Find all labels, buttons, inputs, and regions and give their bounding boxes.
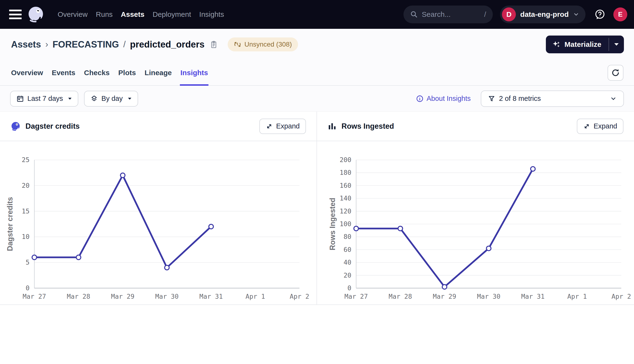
nav-item-insights[interactable]: Insights [199, 10, 224, 18]
chart-canvas[interactable]: 0510152025Mar 27Mar 28Mar 29Mar 30Mar 31… [0, 141, 317, 304]
chart-header: Rows Ingested Expand [317, 112, 634, 141]
caret-down-icon [128, 97, 132, 100]
svg-text:80: 80 [344, 233, 351, 240]
sync-icon [234, 41, 241, 48]
materialize-label: Materialize [564, 40, 601, 48]
svg-text:15: 15 [22, 208, 30, 215]
expand-icon [583, 123, 590, 130]
main-nav-links: Overview Runs Assets Deployment Insights [58, 10, 224, 18]
svg-text:Mar 31: Mar 31 [521, 293, 545, 300]
svg-text:5: 5 [26, 258, 30, 266]
nav-item-assets[interactable]: Assets [121, 10, 144, 18]
svg-text:Mar 27: Mar 27 [344, 293, 368, 300]
date-range-label: Last 7 days [28, 94, 63, 102]
granularity-label: By day [101, 94, 123, 102]
tab-overview[interactable]: Overview [10, 60, 44, 85]
tab-plots[interactable]: Plots [118, 60, 136, 85]
filter-bar-right: About Insights 2 of 8 metrics [416, 90, 624, 107]
metrics-filter-label: 2 of 8 metrics [499, 94, 541, 102]
svg-text:Mar 27: Mar 27 [22, 293, 46, 300]
svg-text:Mar 31: Mar 31 [199, 293, 223, 300]
svg-text:Mar 29: Mar 29 [433, 293, 456, 300]
insights-charts-grid: Dagster credits Expand 0510152025Mar 27M… [0, 112, 634, 305]
chart-title: Rows Ingested [342, 122, 394, 130]
expand-icon [266, 123, 273, 130]
page-title: predicted_orders [130, 40, 204, 50]
calendar-icon [16, 95, 24, 102]
asset-tabs: Overview Events Checks Plots Lineage Ins… [0, 60, 634, 86]
chevron-down-icon [573, 11, 579, 18]
svg-text:40: 40 [344, 258, 351, 266]
svg-text:20: 20 [22, 182, 30, 189]
search-input[interactable] [422, 10, 470, 18]
svg-text:0: 0 [26, 284, 30, 292]
svg-text:Apr 2: Apr 2 [612, 293, 631, 300]
svg-text:Mar 30: Mar 30 [155, 293, 179, 300]
svg-text:Mar 30: Mar 30 [477, 293, 500, 300]
menu-icon[interactable] [9, 10, 22, 19]
tab-events[interactable]: Events [51, 60, 76, 85]
search-icon [410, 10, 418, 18]
materialize-caret-button[interactable] [609, 36, 624, 53]
metrics-filter-select[interactable]: 2 of 8 metrics [481, 90, 624, 107]
svg-text:140: 140 [340, 194, 351, 202]
breadcrumb-separator: / [123, 40, 126, 50]
refresh-button[interactable] [608, 65, 624, 81]
nav-item-deployment[interactable]: Deployment [152, 10, 191, 18]
svg-text:Rows Ingested: Rows Ingested [328, 198, 337, 250]
top-nav: Overview Runs Assets Deployment Insights… [0, 0, 634, 29]
app-window: Overview Runs Assets Deployment Insights… [0, 0, 634, 364]
about-insights-link[interactable]: About Insights [416, 94, 471, 102]
svg-text:200: 200 [340, 156, 351, 164]
deployment-name: data-eng-prod [520, 10, 569, 18]
avatar[interactable]: E [613, 8, 627, 21]
nav-right-cluster: / D data-eng-prod E [404, 6, 627, 23]
deployment-badge: D [502, 8, 516, 21]
expand-button[interactable]: Expand [259, 118, 306, 134]
svg-text:0: 0 [348, 284, 351, 292]
deployment-switcher[interactable]: D data-eng-prod [500, 6, 586, 23]
expand-label: Expand [276, 122, 300, 130]
funnel-icon [488, 95, 495, 102]
materialize-split-button: Materialize [546, 36, 624, 53]
chevron-down-icon [610, 95, 617, 102]
svg-text:10: 10 [22, 233, 30, 240]
expand-button[interactable]: Expand [577, 118, 624, 134]
nav-item-overview[interactable]: Overview [58, 10, 88, 18]
svg-text:Apr 1: Apr 1 [246, 293, 265, 300]
nav-item-runs[interactable]: Runs [96, 10, 113, 18]
svg-text:160: 160 [340, 182, 351, 189]
status-badge-label: Unsynced (308) [244, 40, 292, 48]
caret-down-icon [68, 97, 72, 100]
svg-text:20: 20 [344, 272, 351, 279]
chart-header: Dagster credits Expand [0, 112, 316, 141]
chart-title: Dagster credits [26, 122, 80, 130]
tab-lineage[interactable]: Lineage [144, 60, 172, 85]
tab-insights[interactable]: Insights [180, 60, 208, 85]
svg-text:180: 180 [340, 169, 351, 176]
svg-text:Mar 28: Mar 28 [388, 293, 412, 300]
layers-icon [90, 95, 98, 102]
search-box[interactable]: / [404, 6, 493, 23]
about-insights-label: About Insights [426, 94, 471, 102]
copy-icon[interactable] [210, 40, 218, 49]
chart-canvas[interactable]: 020406080100120140160180200Mar 27Mar 28M… [317, 141, 634, 304]
date-range-filter[interactable]: Last 7 days [10, 91, 78, 106]
insights-filter-bar: Last 7 days By day [0, 86, 634, 112]
dagster-logo [28, 6, 44, 23]
svg-text:Mar 28: Mar 28 [67, 293, 90, 300]
svg-text:Dagster credits: Dagster credits [6, 197, 14, 251]
chart-card-rows-ingested: Rows Ingested Expand 0204060801001201401… [317, 112, 634, 305]
materialize-button[interactable]: Materialize [546, 36, 608, 53]
help-icon[interactable] [594, 9, 606, 20]
bar-chart-icon [328, 122, 337, 131]
granularity-filter[interactable]: By day [84, 91, 138, 106]
asset-title-bar: Assets › FORECASTING / predicted_orders [0, 29, 634, 60]
svg-text:100: 100 [340, 220, 351, 228]
tab-checks[interactable]: Checks [84, 60, 110, 85]
search-shortcut-hint: / [484, 10, 486, 18]
expand-label: Expand [594, 122, 617, 130]
breadcrumb-assets-link[interactable]: Assets [11, 40, 41, 50]
svg-text:25: 25 [22, 156, 30, 164]
breadcrumb-group: FORECASTING [52, 40, 119, 50]
